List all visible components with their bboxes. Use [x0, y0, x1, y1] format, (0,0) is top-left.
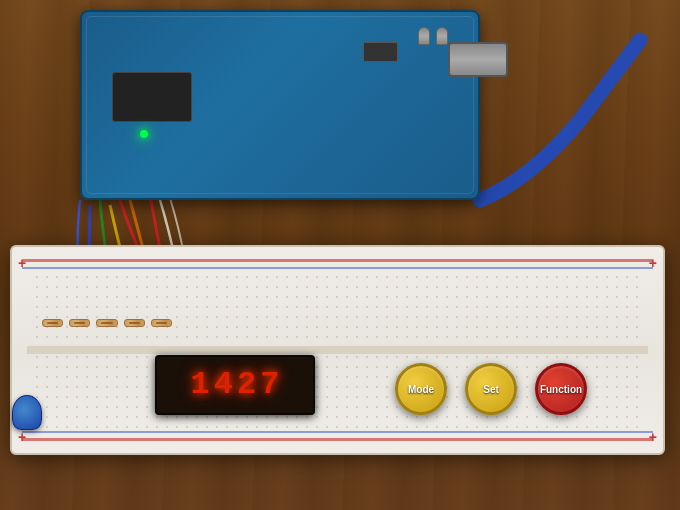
arduino-board: [80, 10, 480, 200]
set-button-label: Set: [483, 384, 499, 395]
resistor-5: [151, 319, 172, 327]
breadboard: + + + +: [10, 245, 665, 455]
function-button-label: Function: [540, 384, 582, 395]
seven-segment-display: 1 4 2 7: [155, 355, 315, 415]
breadboard-blue-line-top: [22, 267, 653, 269]
plus-top-left: +: [18, 255, 26, 271]
set-button[interactable]: Set: [465, 363, 517, 415]
resistors-area: [42, 303, 172, 343]
digit-1: 1: [191, 369, 210, 401]
resistor-3: [96, 319, 117, 327]
breadboard-blue-line-bottom: [22, 431, 653, 433]
function-button[interactable]: Function: [535, 363, 587, 415]
small-chip: [363, 42, 398, 62]
resistor-4: [124, 319, 145, 327]
plus-top-right: +: [649, 255, 657, 271]
display-digits: 1 4 2 7: [187, 365, 284, 405]
photo-container: + + + + 1 4 2 7 Mode Set Function: [0, 0, 680, 510]
main-chip: [112, 72, 192, 122]
power-led: [140, 130, 148, 138]
plus-bottom-right: +: [649, 429, 657, 445]
mode-button-label: Mode: [408, 384, 434, 395]
usb-connector: [448, 42, 508, 77]
breadboard-center-gap: [27, 346, 648, 354]
capacitor-1: [436, 27, 448, 45]
digit-4: 7: [260, 369, 279, 401]
digit-3: 2: [237, 369, 256, 401]
digit-2: 4: [214, 369, 233, 401]
blue-component: [12, 395, 42, 430]
mode-button[interactable]: Mode: [395, 363, 447, 415]
resistor-1: [42, 319, 63, 327]
plus-bottom-left: +: [18, 429, 26, 445]
resistor-2: [69, 319, 90, 327]
capacitor-2: [418, 27, 430, 45]
